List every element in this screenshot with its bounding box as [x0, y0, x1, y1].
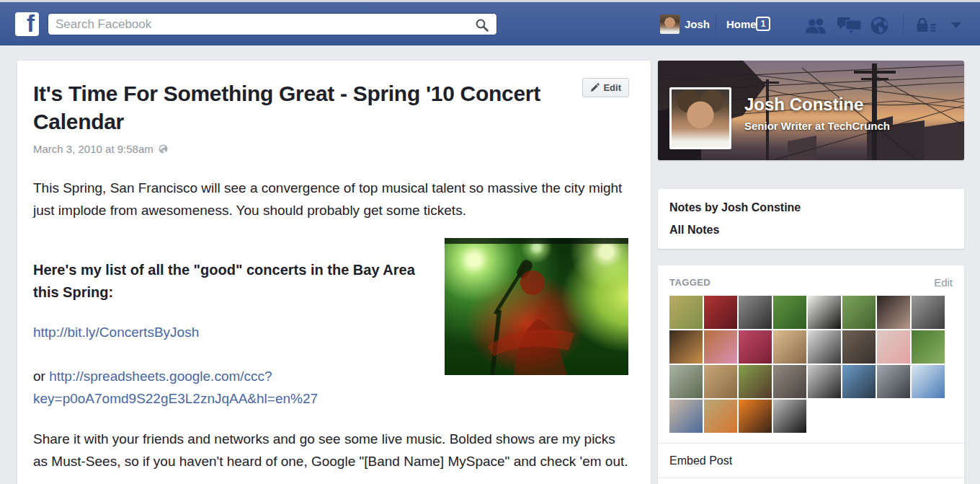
- tagged-photo[interactable]: [842, 296, 876, 329]
- tagged-photo[interactable]: [912, 330, 945, 364]
- tagged-photo[interactable]: [912, 296, 945, 329]
- tagged-photo[interactable]: [773, 296, 806, 329]
- friend-requests-icon[interactable]: [804, 17, 829, 34]
- note-date-text: March 3, 2010 at 9:58am: [33, 143, 153, 155]
- next-row-stub: [658, 478, 964, 484]
- edit-note-button[interactable]: Edit: [582, 78, 629, 97]
- tagged-photo[interactable]: [877, 296, 910, 329]
- tagged-photo[interactable]: [912, 365, 945, 398]
- note-paragraph-1: This Spring, San Francisco will see a co…: [33, 177, 629, 221]
- tagged-photo[interactable]: [739, 296, 772, 329]
- tagged-photo[interactable]: [808, 330, 841, 364]
- tagged-photo[interactable]: [669, 400, 703, 433]
- tagged-photo[interactable]: [808, 296, 841, 329]
- tagged-photo[interactable]: [704, 365, 737, 398]
- nav-divider: [716, 15, 716, 33]
- nav-home-link[interactable]: Home: [726, 18, 757, 30]
- facebook-logo[interactable]: f: [15, 12, 39, 36]
- tagged-grid: [669, 296, 948, 443]
- account-caret-icon[interactable]: [951, 22, 961, 28]
- search-input[interactable]: [48, 14, 496, 35]
- messages-icon[interactable]: [837, 17, 863, 35]
- note-paragraph-2: Share it with your friends and networks …: [33, 428, 629, 472]
- all-notes-link[interactable]: All Notes: [669, 224, 953, 237]
- tagged-photo[interactable]: [669, 296, 703, 329]
- tagged-photo[interactable]: [842, 365, 876, 398]
- edit-button-label: Edit: [603, 82, 621, 93]
- note-heading: Here's my list of all the "good" concert…: [33, 259, 415, 304]
- or-text: or: [33, 369, 49, 384]
- concert-photo[interactable]: [445, 238, 628, 375]
- tagged-photo[interactable]: [739, 330, 772, 364]
- tagged-edit-link[interactable]: Edit: [934, 276, 953, 289]
- tagged-photo[interactable]: [669, 365, 703, 398]
- public-globe-icon: [159, 144, 168, 154]
- tagged-photo[interactable]: [808, 365, 841, 398]
- concert-photo-overlay: [445, 238, 628, 375]
- profile-picture[interactable]: [669, 87, 731, 149]
- tagged-header: TAGGED: [669, 277, 710, 288]
- note-date-row: March 3, 2010 at 9:58am: [33, 143, 629, 155]
- notes-by-author-link[interactable]: Notes by Josh Constine: [669, 201, 953, 214]
- note-title: It's Time For Something Great - Spring '…: [33, 79, 559, 136]
- home-notification-badge: 1: [756, 17, 770, 31]
- nav-profile-avatar[interactable]: [660, 14, 680, 34]
- profile-subtitle: Senior Writer at TechCrunch: [744, 120, 890, 132]
- tagged-photo[interactable]: [842, 330, 876, 364]
- note-card: It's Time For Something Great - Spring '…: [17, 61, 651, 484]
- nav-profile-link[interactable]: Josh: [685, 18, 710, 30]
- notes-box: Notes by Josh Constine All Notes: [658, 189, 964, 249]
- tagged-photo[interactable]: [669, 330, 703, 364]
- note-link-line-2: or http://spreadsheets.google.com/ccc?ke…: [33, 365, 437, 410]
- tagged-photo[interactable]: [739, 365, 772, 398]
- embed-post-button[interactable]: Embed Post: [658, 443, 964, 478]
- tagged-photo[interactable]: [704, 330, 737, 364]
- profile-picture-image: [672, 89, 729, 147]
- tagged-header-row: TAGGED Edit: [658, 265, 964, 296]
- spreadsheet-link[interactable]: http://spreadsheets.google.com/ccc?key=p…: [33, 369, 318, 406]
- tagged-photo[interactable]: [773, 400, 806, 433]
- profile-name[interactable]: Josh Constine: [744, 94, 863, 115]
- search-icon[interactable]: [475, 18, 489, 32]
- privacy-shortcuts-lock-icon[interactable]: [916, 17, 936, 32]
- tagged-photo[interactable]: [773, 330, 806, 364]
- search-bar: [48, 13, 497, 35]
- tagged-photo[interactable]: [877, 365, 910, 398]
- nav-divider: [903, 15, 904, 33]
- tagged-photo[interactable]: [704, 296, 737, 329]
- bitly-link[interactable]: http://bit.ly/ConcertsByJosh: [33, 325, 199, 340]
- tagged-photo[interactable]: [704, 400, 737, 433]
- tagged-photo[interactable]: [739, 400, 772, 433]
- tagged-photo[interactable]: [773, 365, 806, 398]
- notifications-globe-icon[interactable]: [870, 16, 889, 35]
- tagged-box: TAGGED Edit Embed Post: [658, 265, 964, 484]
- tagged-photo[interactable]: [877, 330, 910, 364]
- profile-cover-card[interactable]: Josh Constine Senior Writer at TechCrunc…: [658, 61, 964, 160]
- pencil-icon: [590, 83, 600, 92]
- facebook-navbar: f Josh Home 1: [0, 2, 980, 45]
